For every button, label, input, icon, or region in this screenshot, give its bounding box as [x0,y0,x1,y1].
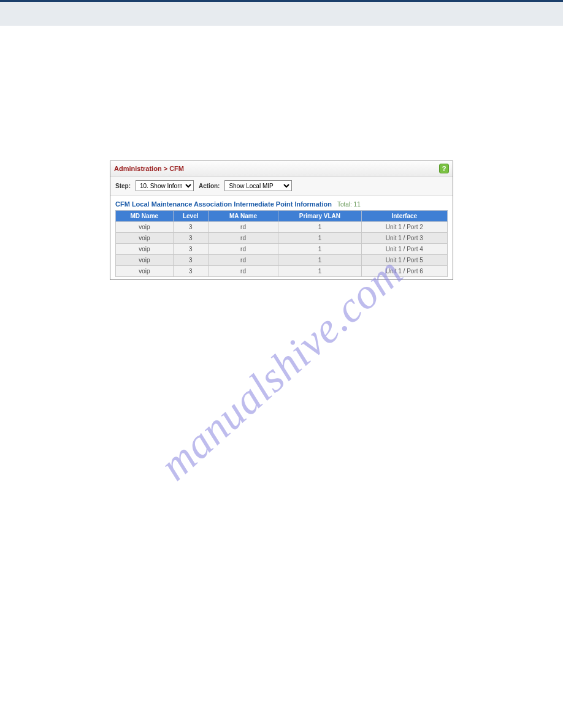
cell-level: 3 [173,233,208,244]
table-row: voip 3 rd 1 Unit 1 / Port 4 [116,244,448,255]
cell-iface: Unit 1 / Port 2 [361,222,447,233]
cell-vlan: 1 [278,244,361,255]
cell-iface: Unit 1 / Port 5 [361,255,447,266]
cell-ma: rd [208,222,278,233]
cell-ma: rd [208,266,278,277]
cell-level: 3 [173,222,208,233]
table-row: voip 3 rd 1 Unit 1 / Port 5 [116,255,448,266]
col-md-name: MD Name [116,211,174,222]
cell-iface: Unit 1 / Port 6 [361,266,447,277]
cell-level: 3 [173,244,208,255]
step-select[interactable]: 10. Show Information [136,180,194,191]
col-interface: Interface [361,211,447,222]
table-title-prefix: CFM Local Maintenance Association [115,200,234,208]
controls-row: Step: 10. Show Information Action: Show … [110,176,453,195]
cell-vlan: 1 [278,255,361,266]
table-row: voip 3 rd 1 Unit 1 / Port 3 [116,233,448,244]
action-select[interactable]: Show Local MIP [224,180,292,191]
help-icon[interactable]: ? [439,164,449,173]
col-primary-vlan: Primary VLAN [278,211,361,222]
cell-md: voip [116,266,174,277]
mip-table: MD Name Level MA Name Primary VLAN Inter… [115,210,448,277]
cell-ma: rd [208,255,278,266]
cell-level: 3 [173,255,208,266]
cell-ma: rd [208,244,278,255]
total-count: Total: 11 [337,201,361,208]
cell-md: voip [116,222,174,233]
table-title-row: CFM Local Maintenance Association Interm… [110,195,453,210]
cell-vlan: 1 [278,222,361,233]
col-level: Level [173,211,208,222]
cell-vlan: 1 [278,266,361,277]
table-row: voip 3 rd 1 Unit 1 / Port 6 [116,266,448,277]
cell-level: 3 [173,266,208,277]
breadcrumb: Administration > CFM [114,165,184,172]
panel-header: Administration > CFM ? [110,161,453,176]
page-top-bar [0,0,563,26]
cfm-panel: Administration > CFM ? Step: 10. Show In… [110,161,453,280]
table-title-emph: Intermediate Point Information [234,200,332,208]
cell-ma: rd [208,233,278,244]
cell-md: voip [116,244,174,255]
table-title: CFM Local Maintenance Association Interm… [115,200,334,208]
cell-md: voip [116,233,174,244]
col-ma-name: MA Name [208,211,278,222]
content-area: Administration > CFM ? Step: 10. Show In… [0,26,563,280]
table-row: voip 3 rd 1 Unit 1 / Port 2 [116,222,448,233]
cell-iface: Unit 1 / Port 3 [361,233,447,244]
action-label: Action: [199,183,220,189]
table-header-row: MD Name Level MA Name Primary VLAN Inter… [116,211,448,222]
cell-iface: Unit 1 / Port 4 [361,244,447,255]
step-label: Step: [115,183,131,189]
cell-vlan: 1 [278,233,361,244]
watermark: manualshive.com [150,248,412,490]
cell-md: voip [116,255,174,266]
